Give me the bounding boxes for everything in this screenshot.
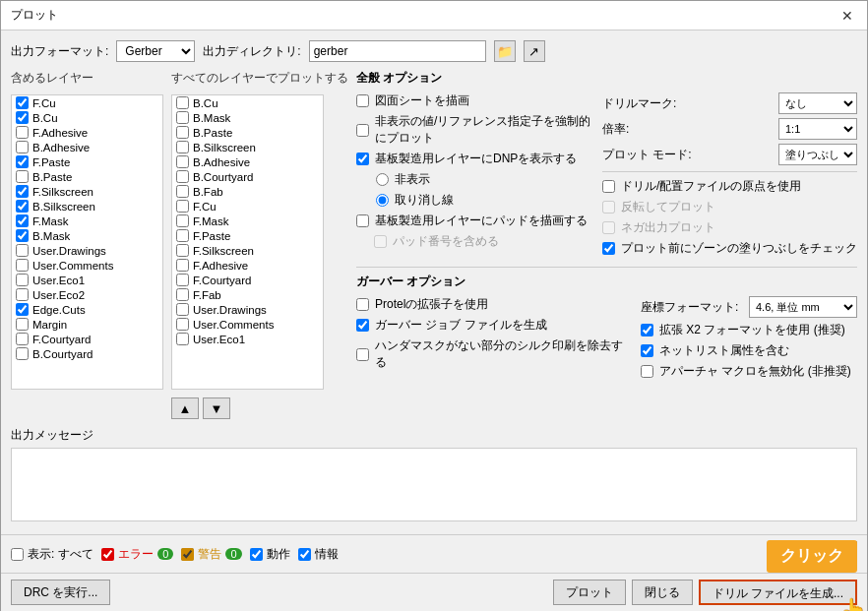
opt-pad-label: 基板製造用レイヤーにパッドを描画する <box>375 213 588 229</box>
opt-job-checkbox[interactable] <box>356 319 369 332</box>
layer-checkbox[interactable] <box>16 259 29 272</box>
open-dir-button[interactable]: ↗ <box>524 40 545 62</box>
all-layer-checkbox[interactable] <box>176 141 189 153</box>
layer-checkbox[interactable] <box>16 170 29 183</box>
all-layer-item: B.Fab <box>172 184 323 199</box>
opt-padnum-checkbox[interactable] <box>374 235 387 248</box>
layer-label: F.Mask <box>32 215 68 227</box>
plot-button[interactable]: プロット <box>553 580 626 605</box>
layer-checkbox[interactable] <box>16 155 29 168</box>
drill-mark-select[interactable]: なし <box>778 92 857 114</box>
show-warning-checkbox[interactable] <box>181 548 194 561</box>
all-layer-checkbox[interactable] <box>176 155 189 168</box>
dir-input[interactable] <box>309 40 486 62</box>
drc-button[interactable]: DRC を実行... <box>11 580 110 605</box>
opt-mirror-checkbox[interactable] <box>602 201 615 214</box>
layer-checkbox[interactable] <box>16 274 29 286</box>
all-layer-checkbox[interactable] <box>176 244 189 257</box>
coord-format-select[interactable]: 4.6, 単位 mm <box>749 296 857 318</box>
all-layer-checkbox[interactable] <box>176 303 189 316</box>
save-button[interactable]: 保存... <box>798 541 857 567</box>
opt-sheet-checkbox[interactable] <box>356 94 369 107</box>
layer-item: B.Cu <box>12 110 162 125</box>
opt-solder-checkbox[interactable] <box>356 348 369 361</box>
layer-checkbox[interactable] <box>16 229 29 242</box>
show-label: 表示: <box>28 546 54 563</box>
opt-drillorigin-checkbox[interactable] <box>602 180 615 193</box>
all-layer-checkbox[interactable] <box>176 214 189 227</box>
layer-item: B.Mask <box>12 228 162 243</box>
format-label: 出力フォーマット: <box>11 43 108 60</box>
layer-item: B.Courtyard <box>12 346 162 361</box>
all-layer-label: F.Fab <box>193 289 221 301</box>
all-layer-checkbox[interactable] <box>176 170 189 183</box>
show-all-checkbox[interactable] <box>11 548 24 561</box>
layer-checkbox[interactable] <box>16 126 29 139</box>
all-layer-checkbox[interactable] <box>176 333 189 345</box>
all-layer-checkbox[interactable] <box>176 96 189 109</box>
opt-zone-checkbox[interactable] <box>602 242 615 255</box>
opt-x2-checkbox[interactable] <box>641 324 653 336</box>
layer-item: User.Comments <box>12 258 162 273</box>
layer-checkbox[interactable] <box>16 200 29 213</box>
show-action-checkbox[interactable] <box>250 548 263 561</box>
layer-checkbox[interactable] <box>16 288 29 301</box>
all-layer-label: User.Drawings <box>193 304 267 316</box>
all-layer-checkbox[interactable] <box>176 229 189 242</box>
all-layers-title: すべてのレイヤーでプロットする <box>171 70 348 87</box>
radio-hidden[interactable] <box>376 173 389 186</box>
layer-checkbox[interactable] <box>16 244 29 257</box>
all-layer-item: F.Paste <box>172 228 323 243</box>
layer-label: B.Mask <box>32 230 70 242</box>
layer-label: User.Comments <box>32 260 113 272</box>
plot-mode-select[interactable]: 塗りつぶし <box>778 144 857 165</box>
opt-protel-checkbox[interactable] <box>356 298 369 311</box>
opt-negative-checkbox[interactable] <box>602 221 615 234</box>
close-button[interactable]: 閉じる <box>632 580 693 605</box>
all-layer-checkbox[interactable] <box>176 259 189 272</box>
opt-pad-checkbox[interactable] <box>356 214 369 227</box>
layer-checkbox[interactable] <box>16 347 29 360</box>
layer-checkbox[interactable] <box>16 333 29 345</box>
layer-checkbox[interactable] <box>16 111 29 124</box>
general-options-title: 全般 オプション <box>356 70 857 87</box>
opt-netlist-label: ネットリスト属性を含む <box>659 342 789 359</box>
output-messages-box[interactable] <box>11 448 857 521</box>
opt-netlist-checkbox[interactable] <box>641 344 653 357</box>
layer-checkbox[interactable] <box>16 96 29 109</box>
layer-checkbox[interactable] <box>16 214 29 227</box>
layer-list: F.CuB.CuF.AdhesiveB.AdhesiveF.PasteB.Pas… <box>11 94 163 390</box>
all-layer-label: B.Courtyard <box>193 171 253 183</box>
show-error-checkbox[interactable] <box>101 548 114 561</box>
title-bar: プロット ✕ <box>1 1 867 31</box>
opt-dnp-checkbox[interactable] <box>356 153 369 165</box>
all-layer-checkbox[interactable] <box>176 200 189 213</box>
close-window-button[interactable]: ✕ <box>837 8 857 24</box>
opt-hidden-checkbox[interactable] <box>356 124 369 137</box>
format-select[interactable]: Gerber <box>116 40 195 62</box>
drill-button[interactable]: ドリル ファイルを生成... <box>699 580 857 605</box>
layer-checkbox[interactable] <box>16 303 29 316</box>
all-layer-checkbox[interactable] <box>176 111 189 124</box>
all-layer-checkbox[interactable] <box>176 185 189 198</box>
layer-item: F.Mask <box>12 214 162 228</box>
scale-select[interactable]: 1:1 <box>778 118 857 140</box>
move-down-button[interactable]: ▼ <box>203 397 230 419</box>
all-label: すべて <box>58 546 93 563</box>
move-up-button[interactable]: ▲ <box>171 397 199 419</box>
all-layer-checkbox[interactable] <box>176 318 189 331</box>
all-layer-checkbox[interactable] <box>176 288 189 301</box>
opt-aperture-checkbox[interactable] <box>641 365 653 378</box>
all-layer-checkbox[interactable] <box>176 126 189 139</box>
layer-checkbox[interactable] <box>16 185 29 198</box>
layer-checkbox[interactable] <box>16 141 29 153</box>
all-layer-label: User.Comments <box>193 319 274 331</box>
layer-item: User.Drawings <box>12 243 162 258</box>
layer-label: User.Eco1 <box>32 275 85 286</box>
browse-dir-button[interactable]: 📁 <box>494 40 516 62</box>
all-layer-checkbox[interactable] <box>176 274 189 286</box>
show-info-checkbox[interactable] <box>298 548 311 561</box>
radio-strikethrough[interactable] <box>376 194 389 207</box>
layer-checkbox[interactable] <box>16 318 29 331</box>
all-layer-label: B.Paste <box>193 127 232 139</box>
